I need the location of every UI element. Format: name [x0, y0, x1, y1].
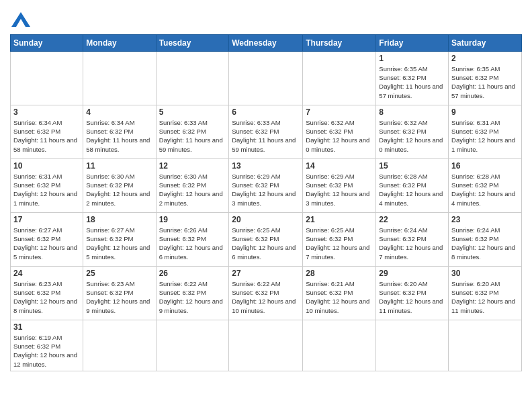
logo [10, 12, 30, 30]
day-info: Sunrise: 6:35 AM Sunset: 6:32 PM Dayligh… [379, 64, 445, 100]
day-info: Sunrise: 6:25 AM Sunset: 6:32 PM Dayligh… [232, 226, 300, 261]
day-number: 11 [86, 161, 152, 171]
day-info: Sunrise: 6:20 AM Sunset: 6:32 PM Dayligh… [451, 279, 519, 315]
day-number: 22 [379, 215, 445, 224]
day-of-week-header: Saturday [449, 34, 522, 51]
calendar-day-cell [303, 51, 376, 105]
day-number: 24 [13, 269, 80, 278]
day-info: Sunrise: 6:32 AM Sunset: 6:32 PM Dayligh… [379, 118, 445, 154]
day-number: 30 [451, 269, 519, 278]
day-number: 18 [86, 215, 152, 224]
day-info: Sunrise: 6:27 AM Sunset: 6:32 PM Dayligh… [86, 226, 152, 261]
day-info: Sunrise: 6:19 AM Sunset: 6:32 PM Dayligh… [13, 333, 80, 369]
calendar-header-row: SundayMondayTuesdayWednesdayThursdayFrid… [11, 34, 522, 51]
calendar-day-cell: 19Sunrise: 6:26 AM Sunset: 6:32 PM Dayli… [156, 212, 229, 266]
calendar-day-cell: 20Sunrise: 6:25 AM Sunset: 6:32 PM Dayli… [229, 212, 303, 266]
calendar-week-row: 1Sunrise: 6:35 AM Sunset: 6:32 PM Daylig… [11, 51, 522, 105]
calendar-day-cell: 9Sunrise: 6:31 AM Sunset: 6:32 PM Daylig… [449, 105, 522, 158]
calendar-day-cell: 2Sunrise: 6:35 AM Sunset: 6:32 PM Daylig… [449, 51, 522, 105]
day-info: Sunrise: 6:28 AM Sunset: 6:32 PM Dayligh… [379, 172, 445, 208]
calendar-day-cell: 27Sunrise: 6:22 AM Sunset: 6:32 PM Dayli… [229, 266, 303, 320]
calendar-day-cell [156, 51, 229, 105]
calendar-day-cell: 11Sunrise: 6:30 AM Sunset: 6:32 PM Dayli… [83, 158, 156, 212]
day-of-week-header: Monday [83, 34, 156, 51]
calendar-table: SundayMondayTuesdayWednesdayThursdayFrid… [10, 34, 522, 371]
calendar-day-cell: 3Sunrise: 6:34 AM Sunset: 6:32 PM Daylig… [11, 105, 83, 158]
calendar-day-cell [11, 51, 83, 105]
day-number: 21 [306, 215, 373, 224]
calendar-day-cell [303, 320, 376, 371]
day-info: Sunrise: 6:29 AM Sunset: 6:32 PM Dayligh… [232, 172, 300, 208]
calendar-day-cell: 24Sunrise: 6:23 AM Sunset: 6:32 PM Dayli… [11, 266, 83, 320]
day-info: Sunrise: 6:33 AM Sunset: 6:32 PM Dayligh… [159, 118, 226, 154]
calendar-day-cell: 21Sunrise: 6:25 AM Sunset: 6:32 PM Dayli… [303, 212, 376, 266]
calendar-day-cell: 28Sunrise: 6:21 AM Sunset: 6:32 PM Dayli… [303, 266, 376, 320]
day-of-week-header: Wednesday [229, 34, 303, 51]
calendar-day-cell [229, 51, 303, 105]
day-number: 13 [232, 161, 300, 171]
day-info: Sunrise: 6:29 AM Sunset: 6:32 PM Dayligh… [306, 172, 373, 208]
calendar-day-cell: 31Sunrise: 6:19 AM Sunset: 6:32 PM Dayli… [11, 320, 83, 371]
calendar-week-row: 24Sunrise: 6:23 AM Sunset: 6:32 PM Dayli… [11, 266, 522, 320]
day-info: Sunrise: 6:27 AM Sunset: 6:32 PM Dayligh… [13, 226, 80, 261]
day-number: 31 [13, 322, 80, 332]
day-number: 14 [306, 161, 373, 171]
calendar-day-cell: 17Sunrise: 6:27 AM Sunset: 6:32 PM Dayli… [11, 212, 83, 266]
day-info: Sunrise: 6:30 AM Sunset: 6:32 PM Dayligh… [159, 172, 226, 208]
day-info: Sunrise: 6:23 AM Sunset: 6:32 PM Dayligh… [86, 279, 152, 315]
calendar-day-cell [83, 320, 156, 371]
day-number: 6 [232, 107, 300, 117]
calendar-day-cell: 30Sunrise: 6:20 AM Sunset: 6:32 PM Dayli… [449, 266, 522, 320]
calendar-day-cell: 13Sunrise: 6:29 AM Sunset: 6:32 PM Dayli… [229, 158, 303, 212]
day-of-week-header: Tuesday [156, 34, 229, 51]
calendar-day-cell: 15Sunrise: 6:28 AM Sunset: 6:32 PM Dayli… [376, 158, 449, 212]
calendar-day-cell: 26Sunrise: 6:22 AM Sunset: 6:32 PM Dayli… [156, 266, 229, 320]
calendar-week-row: 3Sunrise: 6:34 AM Sunset: 6:32 PM Daylig… [11, 105, 522, 158]
day-number: 1 [379, 54, 445, 63]
day-number: 3 [13, 107, 80, 117]
day-number: 8 [379, 107, 445, 117]
calendar-day-cell: 8Sunrise: 6:32 AM Sunset: 6:32 PM Daylig… [376, 105, 449, 158]
day-number: 16 [451, 161, 519, 171]
day-number: 26 [159, 269, 226, 278]
day-info: Sunrise: 6:31 AM Sunset: 6:32 PM Dayligh… [451, 118, 519, 154]
day-info: Sunrise: 6:26 AM Sunset: 6:32 PM Dayligh… [159, 226, 226, 261]
calendar-day-cell: 4Sunrise: 6:34 AM Sunset: 6:32 PM Daylig… [83, 105, 156, 158]
day-of-week-header: Sunday [11, 34, 83, 51]
calendar-week-row: 31Sunrise: 6:19 AM Sunset: 6:32 PM Dayli… [11, 320, 522, 371]
calendar-day-cell: 23Sunrise: 6:24 AM Sunset: 6:32 PM Dayli… [449, 212, 522, 266]
day-number: 4 [86, 107, 152, 117]
day-info: Sunrise: 6:24 AM Sunset: 6:32 PM Dayligh… [451, 226, 519, 261]
day-info: Sunrise: 6:22 AM Sunset: 6:32 PM Dayligh… [232, 279, 300, 315]
calendar-day-cell [449, 320, 522, 371]
calendar-day-cell [229, 320, 303, 371]
day-number: 10 [13, 161, 80, 171]
logo-text [10, 12, 30, 30]
calendar-day-cell: 18Sunrise: 6:27 AM Sunset: 6:32 PM Dayli… [83, 212, 156, 266]
day-info: Sunrise: 6:21 AM Sunset: 6:32 PM Dayligh… [306, 279, 373, 315]
day-number: 7 [306, 107, 373, 117]
day-info: Sunrise: 6:30 AM Sunset: 6:32 PM Dayligh… [86, 172, 152, 208]
calendar-day-cell: 14Sunrise: 6:29 AM Sunset: 6:32 PM Dayli… [303, 158, 376, 212]
day-info: Sunrise: 6:28 AM Sunset: 6:32 PM Dayligh… [451, 172, 519, 208]
day-number: 19 [159, 215, 226, 224]
day-info: Sunrise: 6:34 AM Sunset: 6:32 PM Dayligh… [86, 118, 152, 154]
calendar-day-cell: 10Sunrise: 6:31 AM Sunset: 6:32 PM Dayli… [11, 158, 83, 212]
calendar-day-cell [156, 320, 229, 371]
day-of-week-header: Thursday [303, 34, 376, 51]
day-info: Sunrise: 6:23 AM Sunset: 6:32 PM Dayligh… [13, 279, 80, 315]
day-info: Sunrise: 6:34 AM Sunset: 6:32 PM Dayligh… [13, 118, 80, 154]
day-number: 27 [232, 269, 300, 278]
day-number: 28 [306, 269, 373, 278]
header [10, 7, 522, 30]
calendar-day-cell: 22Sunrise: 6:24 AM Sunset: 6:32 PM Dayli… [376, 212, 449, 266]
day-number: 23 [451, 215, 519, 224]
calendar-day-cell: 5Sunrise: 6:33 AM Sunset: 6:32 PM Daylig… [156, 105, 229, 158]
day-number: 9 [451, 107, 519, 117]
day-number: 29 [379, 269, 445, 278]
day-info: Sunrise: 6:32 AM Sunset: 6:32 PM Dayligh… [306, 118, 373, 154]
calendar-day-cell: 7Sunrise: 6:32 AM Sunset: 6:32 PM Daylig… [303, 105, 376, 158]
calendar-day-cell [376, 320, 449, 371]
day-info: Sunrise: 6:25 AM Sunset: 6:32 PM Dayligh… [306, 226, 373, 261]
day-number: 17 [13, 215, 80, 224]
